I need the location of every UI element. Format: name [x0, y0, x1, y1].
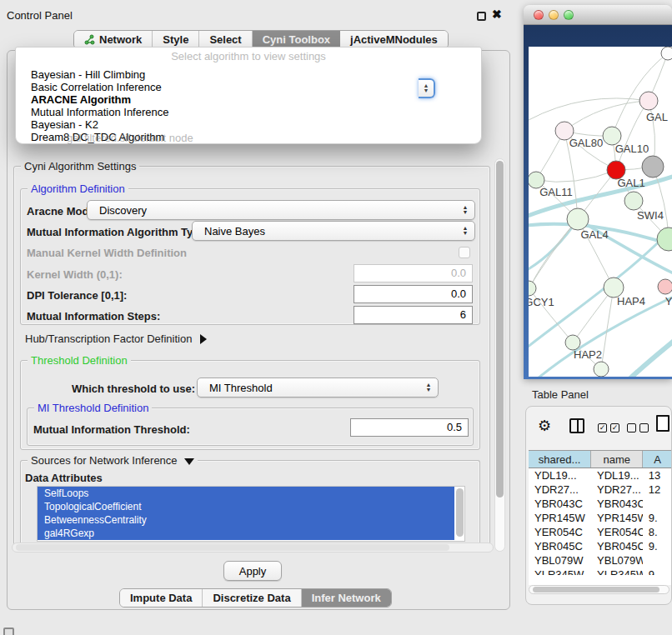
- column-layout-icon[interactable]: [569, 418, 584, 433]
- table-cell: YBL079W: [591, 553, 643, 568]
- column-header[interactable]: shared...: [529, 451, 591, 468]
- apply-button[interactable]: Apply: [223, 561, 282, 581]
- mi-threshold-field[interactable]: 0.5: [350, 418, 469, 437]
- table-cell: YDR27...: [529, 482, 591, 497]
- tab-style[interactable]: Style: [153, 31, 199, 48]
- attribute-item[interactable]: TopologicalCoefficient: [38, 500, 454, 513]
- node-label: GAL11: [539, 186, 573, 198]
- network-node[interactable]: [657, 228, 672, 251]
- table-row[interactable]: YBL079WYBL079W: [529, 553, 672, 568]
- table-row[interactable]: YDR27...YDR27...12: [529, 482, 672, 497]
- column-header[interactable]: name: [591, 451, 643, 468]
- settings-vertical-scrollbar-thumb[interactable]: [496, 161, 504, 498]
- tab-cyni-toolbox[interactable]: Cyni Toolbox: [253, 31, 340, 48]
- threshold-definition-title: Threshold Definition: [28, 354, 131, 367]
- mac-minimize-button[interactable]: [549, 10, 559, 20]
- table-horizontal-scrollbar[interactable]: [529, 585, 669, 594]
- attribute-item[interactable]: gal4RGexp: [38, 527, 454, 540]
- combo-arrows-icon: ▲▼: [459, 226, 474, 236]
- mac-close-button[interactable]: [534, 10, 544, 20]
- table-cell: YDR27...: [591, 482, 643, 497]
- table-cell: YBR045C: [591, 539, 643, 553]
- network-node-gal4[interactable]: [567, 208, 589, 230]
- which-threshold-combo[interactable]: MI Threshold ▲▼: [197, 378, 439, 398]
- teal-edges: [529, 175, 672, 377]
- table-row[interactable]: YLR345WYLR345W9.: [529, 568, 672, 575]
- settings-horizontal-scrollbar[interactable]: [12, 542, 494, 552]
- table-row[interactable]: YPR145WYPR145W9.: [529, 511, 672, 525]
- settings-vertical-scrollbar[interactable]: [494, 158, 505, 552]
- table-row[interactable]: YBR043CYBR043C: [529, 497, 672, 511]
- algorithm-option[interactable]: Mutual Information Inference: [18, 106, 479, 118]
- table-row[interactable]: YBR045CYBR045C9.: [529, 539, 672, 553]
- tab-impute-data[interactable]: Impute Data: [120, 589, 203, 607]
- deselect-all-columns-icon[interactable]: [627, 423, 649, 432]
- inference-algorithm-combo-end[interactable]: ▲▼: [419, 78, 435, 98]
- mac-zoom-button[interactable]: [564, 10, 574, 20]
- mi-algorithm-type-combo[interactable]: Naive Bayes ▲▼: [192, 221, 475, 241]
- node-label: GAL: [646, 111, 668, 123]
- tab-infer-network[interactable]: Infer Network: [302, 589, 391, 607]
- network-graph: GALGAL80GAL10GAL1GAL11SWI4GAL4GCY1HAP4YH…: [529, 47, 672, 377]
- hub-definition-expander[interactable]: Hub/Transcription Factor Definition: [25, 332, 207, 345]
- column-header[interactable]: A: [643, 451, 672, 468]
- table-cell: 9.: [643, 539, 672, 553]
- table-cell: YBL079W: [529, 553, 591, 568]
- attributes-scrollbar-thumb[interactable]: [456, 488, 464, 537]
- network-node-labels: GALGAL80GAL10GAL1GAL11SWI4GAL4GCY1HAP4YH…: [529, 111, 672, 361]
- manual-kernel-width-checkbox[interactable]: [459, 247, 470, 258]
- table-row[interactable]: YER054CYER054C8.: [529, 525, 672, 539]
- algorithm-dropdown-popup: Select algorithm to view settings Bayesi…: [15, 47, 482, 144]
- mi-algorithm-type-label: Mutual Information Algorithm Type:: [27, 226, 209, 238]
- export-table-icon[interactable]: [656, 415, 669, 432]
- table-header-row: shared...nameA: [529, 451, 672, 468]
- network-node[interactable]: [661, 47, 672, 60]
- table-row[interactable]: YDL19...YDL19...13: [529, 468, 672, 482]
- table-cell: YPR145W: [591, 511, 643, 525]
- table-cell: YDL19...: [529, 468, 591, 482]
- float-window-icon[interactable]: [477, 12, 486, 21]
- table-cell: YBR045C: [529, 539, 591, 553]
- cyni-bottom-tabbar: Impute DataDiscretize DataInfer Network: [119, 588, 392, 608]
- sources-group-title-row[interactable]: Sources for Network Inference: [28, 454, 198, 467]
- attribute-item[interactable]: BetweennessCentrality: [38, 513, 454, 527]
- control-panel-title: Control Panel: [7, 9, 73, 22]
- network-node-swi4[interactable]: [624, 192, 643, 210]
- node-label: HAP2: [574, 348, 602, 361]
- data-attributes-list: SelfLoopsTopologicalCoefficientBetweenne…: [37, 486, 465, 542]
- tab-jactivemnodules[interactable]: jActiveMNodules: [340, 31, 448, 48]
- kernel-width-field[interactable]: 0.0: [354, 264, 473, 282]
- algorithm-option[interactable]: ARACNE Algorithm: [18, 93, 479, 106]
- algorithm-option[interactable]: Bayesian - K2: [18, 118, 479, 131]
- attribute-item[interactable]: SelfLoops: [38, 487, 454, 500]
- mi-steps-field[interactable]: 6: [354, 306, 473, 324]
- aracne-mode-combo[interactable]: Discovery ▲▼: [87, 200, 475, 220]
- algorithm-option[interactable]: Basic Correlation Inference: [18, 81, 479, 93]
- gear-icon[interactable]: ⚙: [538, 417, 551, 435]
- which-threshold-label: Which threshold to use:: [72, 382, 195, 395]
- network-node-gal[interactable]: [639, 92, 658, 110]
- table-cell: 12: [643, 482, 672, 497]
- close-icon[interactable]: ✖: [492, 8, 502, 21]
- network-window-titlebar[interactable]: [524, 5, 672, 25]
- table-cell: 9.: [643, 568, 672, 575]
- network-node[interactable]: [642, 156, 664, 178]
- network-node-y[interactable]: [658, 279, 672, 294]
- table-cell: YBR043C: [591, 497, 643, 511]
- tab-network[interactable]: Network: [74, 31, 153, 48]
- network-node[interactable]: [594, 362, 609, 377]
- table-cell: [643, 497, 672, 511]
- network-node-gcy1[interactable]: [529, 281, 536, 296]
- table-cell: 13: [643, 468, 672, 482]
- network-icon: [84, 34, 95, 45]
- algorithm-option[interactable]: Bayesian - Hill Climbing: [18, 68, 479, 81]
- dpi-tolerance-field[interactable]: 0.0: [354, 285, 473, 303]
- tab-discretize-data[interactable]: Discretize Data: [203, 589, 301, 607]
- select-all-columns-icon[interactable]: ✓✓: [598, 423, 619, 432]
- combo-arrows-icon: ▲▼: [423, 382, 438, 392]
- algorithm-popup-placeholder: Select algorithm to view settings: [16, 50, 481, 62]
- table-cell: YER054C: [591, 525, 643, 539]
- network-canvas[interactable]: GALGAL80GAL10GAL1GAL11SWI4GAL4GCY1HAP4YH…: [529, 47, 672, 377]
- table-panel: ⚙ ✓✓ shared...nameA YDL19...YDL19...13YD…: [525, 406, 672, 605]
- tab-select[interactable]: Select: [199, 31, 252, 48]
